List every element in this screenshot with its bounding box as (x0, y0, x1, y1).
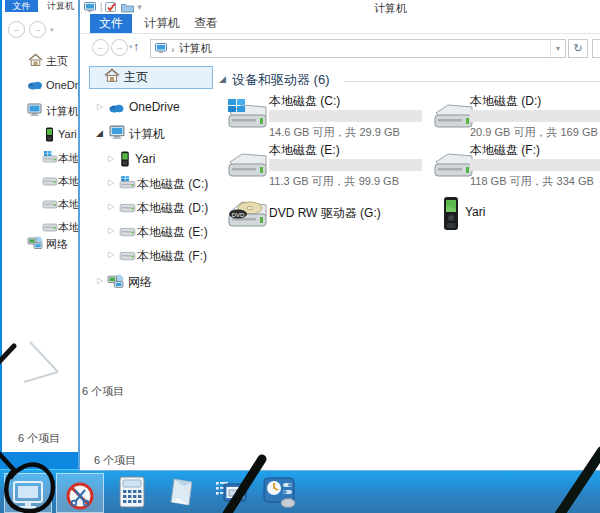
recent-locations-dropdown[interactable]: ▾ (50, 26, 54, 34)
capacity-bar (470, 159, 600, 171)
sidebar-item-yari[interactable]: Yari (2, 126, 78, 144)
sidebar-item-network[interactable]: 网络 (2, 233, 78, 251)
drive-capacity-text: 11.3 GB 可用，共 99.9 GB (269, 174, 399, 189)
drive-name: 本地磁盘 (F:) (470, 142, 540, 159)
sidebar-item-disk-c[interactable]: 本地磁盘 (C:) (2, 149, 78, 167)
onedrive-icon (27, 78, 42, 92)
expand-arrow-icon[interactable]: ▷ (97, 102, 103, 111)
forward-button[interactable]: → (111, 39, 128, 56)
sidebar-item-home[interactable]: 主页 (2, 52, 78, 70)
group-header[interactable]: 设备和驱动器 (6) (232, 71, 330, 89)
sidebar-item-disk-d[interactable]: 本地磁盘 (D:) (2, 172, 78, 190)
group-collapse-icon[interactable]: ◢ (219, 74, 226, 84)
expand-arrow-icon[interactable]: ▷ (108, 178, 114, 187)
capacity-bar (269, 159, 422, 171)
taskbar-button-datetime-settings[interactable] (262, 476, 296, 508)
sidebar-item-disk-e[interactable]: 本地磁盘 (E:) (2, 195, 78, 213)
drive-icon (224, 146, 270, 186)
tab-view[interactable]: 查看 (186, 14, 226, 33)
home-icon (28, 53, 43, 67)
taskbar-button-task-window[interactable] (214, 476, 248, 508)
sidebar-item-home[interactable]: 主页 (80, 67, 220, 87)
back-button[interactable]: ← (92, 39, 109, 56)
drive-icon (41, 219, 56, 233)
phone-icon (442, 196, 460, 232)
breadcrumb-separator: › (171, 43, 175, 55)
sidebar-item-computer[interactable]: 计算机 (2, 102, 78, 120)
drive-c-icon (118, 175, 134, 191)
status-bar-item-count: 6 个项目 (18, 431, 60, 446)
drive-icon (118, 199, 134, 215)
dvd-drive-icon: DVD (224, 194, 270, 234)
recent-locations-dropdown[interactable]: ▾ (129, 43, 133, 51)
explorer-window-front[interactable]: | ▾ 计算机 文件 计算机 查看 ← → ▾ ↑ › 计算机 ▾ ↻ (78, 0, 600, 471)
taskbar-button-file-explorer[interactable] (4, 473, 52, 513)
file-menu-button[interactable]: 文件 (90, 14, 132, 33)
drive-icon (41, 196, 56, 210)
item-name: Yari (465, 205, 485, 219)
sidebar-item-disk-c[interactable]: ▷ 本地磁盘 (C:) (80, 174, 220, 194)
sidebar-item-disk-f[interactable]: ▷ 本地磁盘 (F:) (80, 246, 220, 266)
quick-access-toolbar: | ▾ (84, 1, 142, 13)
sidebar-item-disk-e[interactable]: ▷ 本地磁盘 (E:) (80, 222, 220, 242)
expand-arrow-icon[interactable]: ▷ (108, 226, 114, 235)
drive-icon (41, 173, 56, 187)
drive-c-icon (41, 150, 56, 164)
back-button[interactable]: ← (8, 21, 25, 38)
forward-button[interactable]: → (29, 21, 46, 38)
properties-qat-icon[interactable] (105, 2, 118, 13)
taskbar-button-snipping-tool[interactable] (56, 473, 104, 513)
expand-arrow-icon[interactable]: ▷ (108, 250, 114, 259)
drive-capacity-text: 118 GB 可用，共 334 GB (470, 174, 594, 189)
sidebar-item-disk-d[interactable]: ▷ 本地磁盘 (D:) (80, 198, 220, 218)
address-bar[interactable]: › 计算机 ▾ (150, 39, 566, 58)
file-menu-button[interactable]: 文件 (5, 0, 38, 12)
new-folder-qat-icon[interactable] (121, 2, 134, 13)
tab-computer[interactable]: 计算机 (138, 14, 186, 33)
drive-name: 本地磁盘 (D:) (470, 93, 541, 110)
up-button[interactable]: ↑ (133, 40, 139, 54)
separator: | (100, 2, 102, 12)
explorer-window-back[interactable]: 文件 计算机 ← → ▾ 主页 OneDrive 计算机 (2, 0, 79, 452)
sidebar-item-onedrive[interactable]: ▷ OneDrive (80, 98, 220, 118)
refresh-button[interactable]: ↻ (568, 39, 588, 58)
expand-arrow-icon[interactable]: ▷ (108, 154, 114, 163)
system-drive-icon (224, 95, 270, 135)
expand-arrow-icon[interactable]: ▷ (97, 276, 103, 285)
computer-icon (109, 125, 125, 141)
drive-icon (118, 223, 134, 239)
ribbon-tab-strip: 文件 计算机 查看 (80, 14, 600, 34)
phone-icon (120, 151, 136, 167)
status-bar-item-count: 6 个项目 (94, 453, 136, 468)
drive-name: 本地磁盘 (E:) (269, 142, 340, 159)
status-bar-item-count: 6 个项目 (82, 384, 124, 399)
file-explorer-icon (11, 480, 45, 512)
expand-arrow-icon[interactable]: ▷ (108, 202, 114, 211)
sidebar-item-onedrive[interactable]: OneDrive (2, 77, 78, 95)
home-icon (104, 68, 120, 84)
taskbar-button-calculator[interactable] (116, 476, 150, 508)
taskbar (0, 469, 600, 513)
sidebar-item-network[interactable]: ▷ 网络 (80, 272, 220, 292)
network-icon (107, 274, 123, 290)
computer-qat-icon[interactable] (84, 2, 97, 13)
sidebar-item-computer[interactable]: ◢ 计算机 (80, 124, 220, 144)
desktop: 文件 计算机 ← → ▾ 主页 OneDrive 计算机 (0, 0, 600, 513)
onedrive-icon (108, 101, 124, 117)
svg-text:DVD: DVD (232, 212, 245, 218)
item-name: DVD RW 驱动器 (G:) (269, 205, 381, 222)
sidebar-item-yari[interactable]: ▷ Yari (80, 150, 220, 170)
breadcrumb-path[interactable]: 计算机 (179, 41, 212, 56)
customize-qat-dropdown[interactable]: ▾ (137, 2, 142, 12)
navigation-bar: ← → ▾ ↑ › 计算机 ▾ ↻ (80, 34, 600, 60)
capacity-bar (269, 110, 422, 122)
taskbar-button-notepad[interactable] (166, 476, 200, 508)
snipping-tool-icon (63, 480, 97, 512)
collapse-arrow-icon[interactable]: ◢ (96, 128, 103, 138)
address-dropdown[interactable]: ▾ (550, 40, 565, 57)
search-input[interactable] (592, 39, 600, 58)
tab-computer[interactable]: 计算机 (47, 0, 79, 12)
drive-capacity-text: 14.6 GB 可用，共 29.9 GB (269, 125, 400, 140)
drive-icon (118, 247, 134, 263)
capacity-bar (470, 110, 600, 122)
